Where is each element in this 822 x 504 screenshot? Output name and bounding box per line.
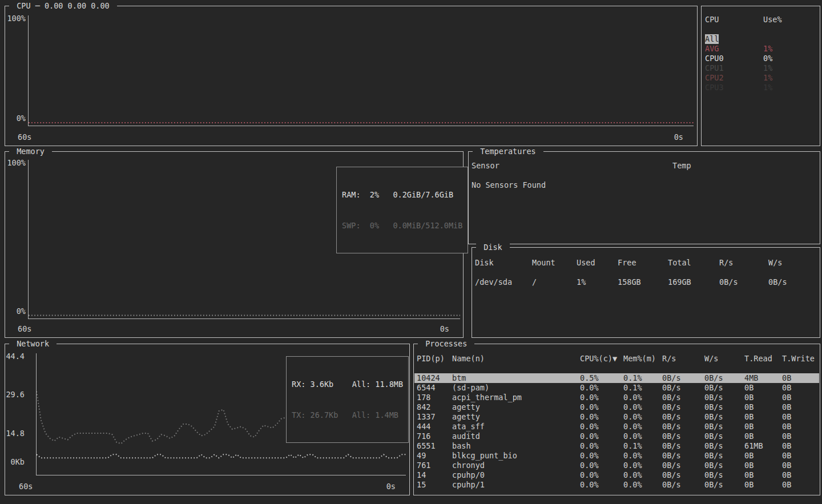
table-cell: 0.0% (580, 412, 623, 422)
process-row[interactable]: 6544(sd-pam)0.0%0.1%0B/s0B/s0B0B (414, 383, 819, 393)
table-cell: 0.0% (580, 422, 623, 432)
table-cell: btm (452, 373, 580, 383)
table-cell: Mount (532, 258, 577, 268)
temperatures-header: Sensor Temp (472, 161, 817, 171)
process-row[interactable]: 49blkcg_punt_bio0.0%0.0%0B/s0B/s0B0B (414, 451, 819, 461)
table-cell: 0.0% (623, 470, 662, 480)
table-cell: 0B/s (704, 402, 744, 412)
table-cell: 10424 (417, 373, 452, 383)
disk-table-row[interactable]: /dev/sda/1%158GB169GB0B/s0B/s (475, 277, 818, 287)
process-row[interactable]: 6551bash0.0%0.1%0B/s0B/s61MB0B (414, 441, 819, 451)
cpu-legend-row-value: 1% (763, 83, 772, 92)
table-cell: cpuhp/1 (452, 480, 580, 490)
table-cell: agetty (452, 402, 580, 412)
cpu-legend-row-label: CPU1 (705, 63, 724, 73)
table-cell: 0B (782, 412, 819, 422)
processes-panel: Processes PID(p)Name(n)CPU%(c)▼Mem%(m)R/… (413, 344, 820, 495)
temperatures-panel: Temperatures Sensor Temp No Sensors Foun… (468, 151, 820, 244)
cpu-y-min-label: 0% (0, 114, 26, 123)
ram-usage-readout: RAM: 2% 0.2GiB/7.6GiB (342, 189, 462, 200)
cpu-panel-title: CPU ─ 0.00 0.00 0.00 (9, 1, 117, 10)
table-cell: 0.0% (623, 412, 662, 422)
table-cell: bash (452, 441, 580, 451)
memory-y-min-label: 0% (0, 307, 26, 316)
table-cell: 0.0% (580, 451, 623, 461)
table-cell: 6544 (417, 383, 452, 393)
memory-y-max-label: 100% (0, 158, 26, 167)
table-cell: 0B/s (704, 432, 744, 441)
network-x-right-label: 0s (386, 482, 396, 491)
table-cell: 1% (577, 277, 618, 287)
cpu-legend-row[interactable]: All (705, 34, 816, 44)
process-row[interactable]: 14cpuhp/00.0%0.0%0B/s0B/s0B0B (414, 470, 819, 480)
cpu-legend-row[interactable]: CPU00% (705, 54, 816, 63)
table-cell: 0B (744, 422, 782, 432)
cpu-usage-chart (28, 15, 694, 126)
process-row[interactable]: 444ata_sff0.0%0.0%0B/s0B/s0B0B (414, 422, 819, 432)
network-chart-panel: Network 44.4 29.6 14.8 0Kb RX: 3.6Kb All… (5, 344, 410, 495)
table-cell: 0B/s (662, 432, 704, 441)
table-cell: blkcg_punt_bio (452, 451, 580, 461)
process-row[interactable]: 716auditd0.0%0.0%0B/s0B/s0B0B (414, 432, 819, 441)
table-cell: 0.0% (580, 470, 623, 480)
cpu-legend-header: CPU Use% (705, 15, 816, 24)
chart-series-svg (29, 15, 694, 126)
table-cell: 15 (417, 480, 452, 490)
table-cell: 49 (417, 451, 452, 461)
cpu-legend-row-label: All (705, 34, 719, 44)
process-row[interactable]: 178acpi_thermal_pm0.0%0.0%0B/s0B/s0B0B (414, 393, 819, 402)
table-cell: 444 (417, 422, 452, 432)
table-cell: 0B/s (662, 470, 704, 480)
cpu-legend-row[interactable]: CPU21% (705, 73, 816, 83)
cpu-legend-row-value: 1% (763, 73, 772, 83)
process-row[interactable]: 15cpuhp/10.0%0.0%0B/s0B/s0B0B (414, 480, 819, 490)
cpu-legend-row[interactable]: AVG1% (705, 44, 816, 54)
table-cell: 0B/s (704, 470, 744, 480)
table-cell: 0B/s (662, 422, 704, 432)
table-cell: 842 (417, 402, 452, 412)
table-cell: 0B (744, 480, 782, 490)
table-cell: 0B (782, 480, 819, 490)
table-cell: 0B (744, 461, 782, 470)
table-cell: 0.0% (623, 432, 662, 441)
processes-panel-title: Processes (418, 339, 474, 348)
process-row[interactable]: 1337agetty0.0%0.0%0B/s0B/s0B0B (414, 412, 819, 422)
table-cell: 0B (782, 393, 819, 402)
process-row[interactable]: 842agetty0.0%0.0%0B/s0B/s0B0B (414, 402, 819, 412)
network-panel-title: Network (9, 339, 57, 348)
cpu-legend-row-label: AVG (705, 44, 719, 54)
table-cell: 1337 (417, 412, 452, 422)
table-cell: R/s (662, 354, 704, 364)
table-cell: 0.0% (623, 402, 662, 412)
cpu-legend-row[interactable]: CPU11% (705, 63, 816, 73)
table-cell: 0B/s (662, 461, 704, 470)
cpu-legend-row[interactable]: CPU31% (705, 83, 816, 92)
swap-usage-readout: SWP: 0% 0.0MiB/512.0MiB (342, 220, 462, 231)
table-cell: 0B/s (662, 402, 704, 412)
cpu-y-max-label: 100% (0, 14, 26, 23)
table-cell: Total (668, 258, 719, 268)
cpu-legend-row-value: 0% (763, 54, 772, 63)
table-cell: 169GB (668, 277, 719, 287)
table-cell: 0B/s (768, 277, 818, 287)
process-row[interactable]: 10424btm0.5%0.1%0B/s0B/s4MB0B (414, 373, 819, 383)
table-cell: agetty (452, 412, 580, 422)
table-cell: 0.0% (623, 451, 662, 461)
cpu-legend-row-value: 1% (763, 63, 772, 73)
table-cell: 4MB (744, 373, 782, 383)
table-cell: 0B/s (704, 480, 744, 490)
table-cell: 0B/s (662, 480, 704, 490)
cpu-legend-panel: CPU Use% AllAVG1%CPU00%CPU11%CPU21%CPU31… (701, 6, 820, 146)
cpu-x-right-label: 0s (674, 132, 683, 142)
table-cell: 0B/s (662, 393, 704, 402)
cpu-legend-row-value: 1% (763, 44, 772, 54)
table-cell: 0.0% (580, 480, 623, 490)
process-row[interactable]: 761chronyd0.0%0.0%0B/s0B/s0B0B (414, 461, 819, 470)
table-cell: Disk (475, 258, 532, 268)
table-cell: Name(n) (452, 354, 580, 364)
table-cell: 0B (744, 393, 782, 402)
table-cell: (sd-pam) (452, 383, 580, 393)
table-cell: 0B (782, 383, 819, 393)
table-cell: 0.0% (580, 402, 623, 412)
table-cell: 0B (782, 461, 819, 470)
